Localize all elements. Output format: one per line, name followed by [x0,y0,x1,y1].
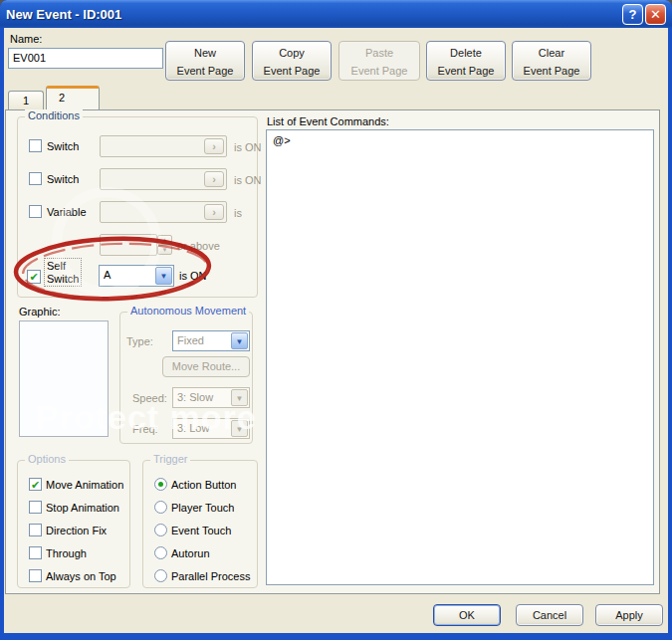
variable-value-spinner: ▲ ▼ [157,235,172,255]
self-switch-checkbox[interactable]: ✔ [27,270,41,284]
options-title: Options [25,453,69,465]
player-touch-label: Player Touch [171,502,234,514]
delete-event-page-button[interactable]: DeleteEvent Page [426,41,506,81]
chevron-down-icon[interactable]: ▼ [231,332,248,349]
conditions-group: Conditions Switch › is ON Switch › is ON… [17,116,258,298]
tab-page-2[interactable]: 2 [46,86,100,109]
checkmark-icon: ✔ [31,479,40,491]
dialog-body: Name: EV001 NewEvent Page CopyEvent Page… [4,28,668,633]
variable-field: › [100,201,227,223]
switch1-label: Switch [47,140,79,152]
command-line[interactable]: @> [273,134,291,146]
event-commands-label: List of Event Commands: [267,115,389,127]
event-touch-label: Event Touch [171,525,231,536]
player-touch-radio[interactable] [154,501,167,514]
switch2-picker-button: › [204,171,224,187]
window-title: New Event - ID:001 [6,7,121,22]
radio-dot-icon [158,482,163,487]
spin-down-icon: ▼ [157,245,172,255]
chevron-down-icon: ▼ [231,420,248,437]
name-label: Name: [10,33,42,45]
move-route-button: Move Route... [162,356,250,377]
type-label: Type: [126,335,153,347]
variable-suffix: is [234,207,242,219]
trigger-title: Trigger [150,453,190,465]
cancel-button[interactable]: Cancel [516,604,583,626]
graphic-preview-box[interactable] [19,320,109,437]
move-animation-checkbox[interactable]: ✔ [29,478,42,491]
name-input[interactable]: EV001 [8,48,163,69]
switch1-suffix: is ON [234,141,262,153]
new-event-dialog: New Event - ID:001 ? ✕ Name: EV001 NewEv… [0,0,672,640]
event-touch-radio[interactable] [154,524,167,536]
variable-label: Variable [47,206,87,218]
switch2-label: Switch [47,173,79,185]
switch1-picker-button: › [204,138,224,154]
parallel-process-radio[interactable] [154,569,167,582]
new-event-page-button[interactable]: NewEvent Page [165,41,245,81]
direction-fix-label: Direction Fix [46,525,107,536]
paste-event-page-button: PasteEvent Page [338,41,420,81]
type-combobox[interactable]: Fixed ▼ [172,330,250,351]
stop-animation-checkbox[interactable] [29,501,42,514]
switch2-checkbox[interactable] [29,172,42,185]
direction-fix-checkbox[interactable] [29,524,42,536]
window-bottom-border [0,633,672,640]
through-checkbox[interactable] [29,546,42,559]
stop-animation-label: Stop Animation [46,502,119,514]
name-value: EV001 [13,52,46,64]
speed-value: 3: Slow [177,391,229,403]
parallel-process-label: Parallel Process [171,570,250,582]
trigger-group: Trigger Action Button Player Touch Event… [142,460,258,588]
switch2-suffix: is ON [234,174,262,186]
clear-event-page-button[interactable]: ClearEvent Page [512,41,591,81]
tab-page-1[interactable]: 1 [8,91,44,109]
speed-combobox: 3: Slow ▼ [172,387,250,408]
ok-button[interactable]: OK [433,604,501,626]
switch1-field: › [100,135,227,157]
self-switch-suffix: is ON [179,270,207,282]
autorun-label: Autorun [171,547,210,559]
action-button-radio[interactable] [154,478,167,491]
autorun-radio[interactable] [154,546,167,559]
spin-up-icon: ▲ [157,235,172,245]
event-commands-list[interactable]: @> [266,129,654,585]
autonomous-movement-title: Autonomous Movement [127,305,249,317]
close-icon[interactable]: ✕ [645,4,666,25]
type-value: Fixed [177,334,229,346]
freq-value: 3: Low [177,422,229,434]
checkmark-icon: ✔ [29,271,38,283]
help-icon[interactable]: ? [622,4,643,25]
chevron-down-icon[interactable]: ▼ [155,267,172,285]
always-on-top-label: Always on Top [46,570,116,582]
freq-label: Freq: [132,423,158,435]
self-switch-label: Self Switch [44,258,82,287]
autonomous-movement-group: Autonomous Movement Type: Fixed ▼ Move R… [119,312,253,444]
tab-page-body: Conditions Switch › is ON Switch › is ON… [5,109,660,594]
speed-label: Speed: [132,392,167,404]
chevron-down-icon: ▼ [231,389,248,406]
switch2-field: › [100,168,227,190]
options-group: Options ✔ Move Animation Stop Animation … [17,460,130,588]
freq-combobox: 3: Low ▼ [172,418,250,439]
through-label: Through [46,547,87,559]
action-button-label: Action Button [171,479,236,491]
copy-event-page-button[interactable]: CopyEvent Page [252,41,332,81]
self-switch-combobox[interactable]: A ▼ [99,265,174,287]
graphic-label: Graphic: [19,306,61,318]
self-switch-value: A [104,269,153,281]
apply-button[interactable]: Apply [595,604,663,626]
title-bar[interactable]: New Event - ID:001 ? ✕ [0,0,672,28]
variable-checkbox[interactable] [29,205,42,218]
move-animation-label: Move Animation [46,479,123,491]
variable-value-field [100,234,157,256]
conditions-title: Conditions [25,109,83,121]
switch1-checkbox[interactable] [29,139,42,152]
always-on-top-checkbox[interactable] [29,569,42,582]
or-above-suffix: or above [177,240,220,252]
variable-picker-button: › [204,204,224,220]
